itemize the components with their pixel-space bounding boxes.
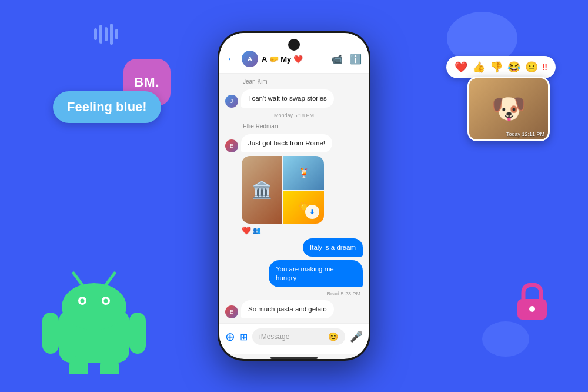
home-bar [270,357,318,359]
dog-photo-card: 🐶 Today 12:11 PM [467,77,550,141]
bubble-received: I can't wait to swap stories [241,89,334,108]
chat-input-area: ⊕ ⊞ iMessage 😊 🎤 [219,323,369,354]
input-placeholder: iMessage [259,333,289,341]
svg-line-6 [74,273,82,285]
video-call-icon[interactable]: 📹 [331,54,343,65]
svg-point-4 [81,299,85,303]
reaction-thumbsup[interactable]: 👍 [472,61,485,74]
bubble-pasta: So much pasta and gelato [241,300,334,318]
reaction-heart[interactable]: ❤️ [455,61,467,74]
info-icon[interactable]: ℹ️ [350,54,362,65]
message-row: J I can't wait to swap stories [225,89,363,108]
chat-messages: Jean Kim J I can't wait to swap stories … [219,74,369,323]
reaction-neutral[interactable]: 😐 [525,61,538,74]
bubble-rome: Just got back from Rome! [241,134,332,152]
bg-blob-2 [482,321,529,357]
phone-notch [288,39,300,51]
feeling-blue-bubble: Feeling blue! [53,91,161,123]
mic-icon[interactable]: 🎤 [350,330,363,343]
android-logo [35,257,153,374]
sent-message-italy: Italy is a dream [225,238,363,257]
phone-screen: ← A A 🤛 My ❤️ 📹 ℹ️ Jean Kim J I can't wa… [219,33,369,359]
apps-icon[interactable]: ⊞ [240,331,248,343]
time-divider: Monday 5:18 PM [225,112,363,118]
message-row-ellie: E Just got back from Rome! [225,134,363,152]
bubble-sent-italy: Italy is a dream [303,238,363,257]
photo-face-reactions: 👥 [253,227,261,234]
lock-icon [512,280,553,321]
photo-message[interactable]: 🏛️ 🍹 ☀️ ⬇ [242,156,324,224]
back-button[interactable]: ← [226,53,237,65]
svg-point-5 [104,299,108,303]
svg-line-7 [106,273,115,285]
photo-cell-sky: 🍹 [283,156,324,190]
emoji-icon[interactable]: 😊 [328,332,338,341]
avatar-a: A [242,51,258,67]
avatar-ellie: E [225,139,238,152]
svg-rect-11 [100,356,119,374]
reaction-laugh[interactable]: 😂 [507,61,520,74]
emoji-reaction-bar[interactable]: ❤️ 👍 👎 😂 😐 ‼️ [446,56,556,78]
reaction-exclaim[interactable]: ‼️ [543,62,547,72]
svg-rect-8 [42,313,59,354]
svg-rect-9 [129,313,146,354]
sender-jean-kim: Jean Kim [225,78,363,85]
photo-cell-building: 🏛️ [242,156,282,224]
read-status: Read 5:23 PM [225,291,360,297]
add-icon[interactable]: ⊕ [225,330,235,344]
photo-heart-reaction: ❤️ [242,226,251,235]
sender-ellie: Ellie Redman [225,123,363,129]
sound-wave-icon [94,24,118,45]
chat-title: A 🤛 My ❤️ [262,55,328,64]
phone-frame: ← A A 🤛 My ❤️ 📹 ℹ️ Jean Kim J I can't wa… [218,31,370,361]
header-avatars: A [242,51,258,67]
header-action-icons: 📹 ℹ️ [331,54,362,65]
bubble-sent-hungry: You are making me hungry [269,260,363,287]
avatar-jean: J [225,95,238,108]
svg-point-1 [62,283,126,330]
photo-reactions: ❤️ 👥 [242,226,363,235]
svg-rect-10 [69,356,88,374]
svg-point-13 [529,306,535,312]
reaction-thumbsdown[interactable]: 👎 [490,61,503,74]
sent-message-hungry: You are making me hungry [225,260,363,287]
imessage-input[interactable]: iMessage 😊 [252,328,345,345]
dog-emoji: 🐶 [491,92,526,125]
message-row-pasta: E So much pasta and gelato [225,300,363,318]
avatar-ellie-2: E [225,305,238,318]
input-field-icons: 😊 [328,332,338,341]
